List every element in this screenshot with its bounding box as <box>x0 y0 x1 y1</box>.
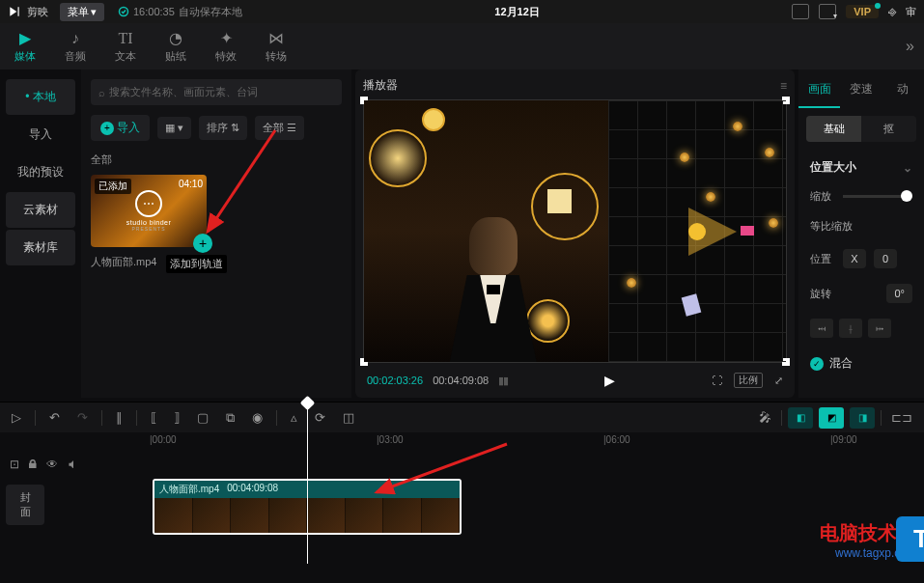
ratio-button[interactable]: 比例 <box>734 373 763 388</box>
lock-icon[interactable]: 🔒︎ <box>27 458 39 471</box>
position-row: 位置 X 0 <box>798 241 924 276</box>
top-bar: 剪映 菜单 ▾ 16:00:35 自动保存本地 12月12日 ▾ VIP ⎆ 审 <box>0 0 924 23</box>
scale-slider[interactable] <box>843 195 912 198</box>
pointer-tool[interactable]: ▷ <box>8 408 25 427</box>
logo-area: 剪映 菜单 ▾ <box>8 3 104 21</box>
pos-x-input[interactable]: 0 <box>874 249 897 268</box>
timeline-ruler[interactable]: |00:00 |03:00 |06:00 |09:00 <box>106 432 924 450</box>
import-button[interactable]: + 导入 <box>91 115 150 141</box>
subtab-mask[interactable]: 抠 <box>861 116 916 142</box>
sidebar-item-import[interactable]: 导入 <box>6 117 75 153</box>
pin-icon[interactable]: ⊡ <box>10 458 19 471</box>
tab-picture[interactable]: 画面 <box>798 69 840 108</box>
layout-icon[interactable]: ▾ <box>819 4 836 19</box>
mirror-tool[interactable]: ▵ <box>287 408 301 427</box>
fullscreen-icon[interactable]: ⤢ <box>774 375 783 387</box>
sidebar-item-library[interactable]: 素材库 <box>6 230 75 265</box>
props-tabs: 画面 变速 动 <box>798 69 924 108</box>
tab-animation[interactable]: 动 <box>882 69 924 108</box>
subtab-basic[interactable]: 基础 <box>806 116 861 142</box>
filter-button[interactable]: 全部 ☰ <box>255 116 304 140</box>
track-mode-1[interactable]: ◧ <box>788 407 813 429</box>
sidebar-item-local[interactable]: • 本地 <box>6 79 75 115</box>
clip-name: 人物面部.mp4 <box>159 483 219 496</box>
slider-thumb[interactable] <box>901 190 912 202</box>
brand-name: 剪映 <box>27 5 48 19</box>
view-mode-button[interactable]: ▦ ▾ <box>157 117 191 139</box>
text-icon: TI <box>100 30 151 47</box>
tab-text[interactable]: TI文本 <box>100 30 151 64</box>
thumb-label-row: 人物面部.mp4 添加到轨道 <box>91 255 342 273</box>
transition-icon: ⋈ <box>251 29 301 47</box>
blend-check-icon: ✓ <box>810 357 824 371</box>
tab-audio[interactable]: ♪音频 <box>50 30 100 64</box>
focus-icon[interactable]: ⛶ <box>712 375 722 386</box>
sidebar-item-cloud[interactable]: 云素材 <box>6 192 75 228</box>
reverse-tool[interactable]: ◉ <box>248 408 266 427</box>
paper-icon[interactable] <box>681 294 701 317</box>
sort-button[interactable]: 排序 ⇅ <box>199 116 247 140</box>
rotate-tool[interactable]: ⟳ <box>311 408 329 427</box>
tab-sticker[interactable]: ◔贴纸 <box>151 29 201 64</box>
crop-tool[interactable]: ◫ <box>339 408 358 427</box>
search-input[interactable]: ⌕ 搜索文件名称、画面元素、台词 <box>91 79 342 105</box>
scale-label: 缩放 <box>810 189 835 204</box>
magnet-tool[interactable]: ⊏⊐ <box>887 408 916 427</box>
trim-right-tool[interactable]: ⟧ <box>170 408 183 427</box>
add-to-track-button[interactable]: + <box>193 234 212 253</box>
track-mode-2[interactable]: ◩ <box>819 407 844 429</box>
export-icon[interactable]: ⎆ <box>888 4 896 19</box>
light-circle-4 <box>422 108 445 131</box>
scale-row: 缩放 <box>798 181 924 211</box>
keyboard-icon[interactable] <box>792 4 809 19</box>
media-panel: ⌕ 搜索文件名称、画面元素、台词 + 导入 ▦ ▾ 排序 ⇅ 全部 ☰ 全部 已… <box>81 69 351 398</box>
media-toolbar: + 导入 ▦ ▾ 排序 ⇅ 全部 ☰ <box>91 115 342 141</box>
rotation-input[interactable]: 0° <box>886 284 912 303</box>
pos-x-label: X <box>843 249 866 268</box>
tab-speed[interactable]: 变速 <box>840 69 882 108</box>
cover-button[interactable]: 封面 <box>6 485 44 525</box>
volume-bars-icon[interactable]: ▮▮ <box>498 375 508 387</box>
speaker-icon[interactable]: 🔈︎ <box>66 458 77 471</box>
preview-menu-icon[interactable]: ≡ <box>780 79 787 93</box>
autosave-time: 16:00:35 <box>133 6 175 17</box>
expand-tabs-button[interactable]: » <box>896 38 924 55</box>
align-right-button[interactable]: ⤠ <box>868 319 891 338</box>
mic-button[interactable]: 🎤︎ <box>755 408 775 427</box>
timeline-tracks: ⊡ 🔒︎ 👁 🔈︎ 封面 人物面部.mp4 00:04:09:08 <box>0 450 924 573</box>
track-mode-3[interactable]: ◨ <box>850 407 875 429</box>
delete-tool[interactable]: ▢ <box>193 408 212 427</box>
blend-row[interactable]: ✓ 混合 <box>798 346 924 381</box>
review-label[interactable]: 审 <box>906 5 916 19</box>
transform-gizmo[interactable] <box>608 100 786 362</box>
sidebar-item-presets[interactable]: 我的预设 <box>6 154 75 190</box>
vip-badge[interactable]: VIP <box>846 5 879 18</box>
eye-icon[interactable]: 👁 <box>46 458 58 471</box>
play-button[interactable]: ▶ <box>604 373 615 388</box>
track-lanes[interactable]: 人物面部.mp4 00:04:09:08 <box>106 450 924 573</box>
tab-transition[interactable]: ⋈转场 <box>251 29 301 64</box>
split-tool[interactable]: ∥ <box>112 408 126 427</box>
menu-dropdown[interactable]: 菜单 ▾ <box>60 3 104 21</box>
undo-button[interactable]: ↶ <box>45 408 64 427</box>
media-thumbnail[interactable]: 已添加 04:10 ⋯ studio binder PRESENTS + <box>91 175 207 247</box>
align-left-button[interactable]: ⤟ <box>810 319 833 338</box>
video-clip[interactable]: 人物面部.mp4 00:04:09:08 <box>153 479 462 535</box>
tab-media[interactable]: ▶媒体 <box>0 29 50 64</box>
timeline-toolbar: ▷ ↶ ↷ ∥ ⟦ ⟧ ▢ ⧉ ◉ ▵ ⟳ ◫ 🎤︎ ◧ ◩ ◨ ⊏⊐ <box>0 402 924 432</box>
track-icons: ⊡ 🔒︎ 👁 🔈︎ <box>6 458 100 471</box>
chevron-icon: ⌄ <box>903 161 912 175</box>
rotation-row: 旋转 0° <box>798 276 924 311</box>
trim-left-tool[interactable]: ⟦ <box>147 408 160 427</box>
preview-viewport[interactable] <box>363 99 787 363</box>
preview-panel: 播放器 ≡ <box>355 69 795 398</box>
redo-button[interactable]: ↷ <box>73 408 92 427</box>
align-center-button[interactable]: ⟊ <box>839 319 862 338</box>
autosave-status: 16:00:35 自动保存本地 <box>118 5 242 19</box>
marker-icon[interactable] <box>741 226 754 236</box>
project-title[interactable]: 12月12日 <box>242 5 792 19</box>
section-position-size[interactable]: 位置大小 ⌄ <box>798 150 924 181</box>
tab-effect[interactable]: ✦特效 <box>201 29 251 64</box>
total-time: 00:04:09:08 <box>433 375 489 386</box>
copy-tool[interactable]: ⧉ <box>222 408 238 428</box>
